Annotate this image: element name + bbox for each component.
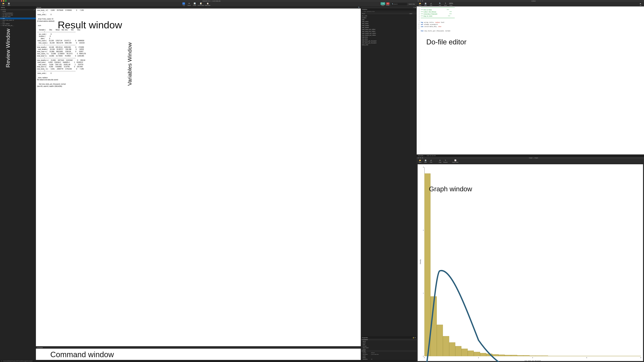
graph-canvas[interactable]: 0123 02468 Density new_tests_per_thousan…	[418, 164, 643, 361]
variable-item[interactable]: total_deaths	[361, 24, 417, 26]
variable-item[interactable]: total_tests_per_thousand	[361, 40, 417, 42]
open-button[interactable]: 📂Open	[1, 2, 6, 6]
history-item[interactable]: 9hist new_tests_per_...	[0, 25, 36, 26]
variables-filter-input[interactable]	[364, 11, 416, 12]
variable-item[interactable]: total_cases	[361, 20, 417, 22]
statusbar: ⊙ /Users/uthlekan/Dropbox/00Todo/000.aur…	[0, 360, 417, 362]
dofile-toolbar: 📂Open 💾Save 🖨Print 🔍Find ¶Show 100%Zoom …	[417, 2, 644, 6]
properties-section-variables[interactable]: ▾ Variables	[361, 339, 417, 341]
show-button[interactable]: ¶Show	[443, 2, 448, 6]
history-item[interactable]: 2cd /Users/uthlekan/...	[0, 12, 36, 14]
variable-item[interactable]: iso_code	[361, 15, 417, 17]
properties-panel: Properties🔒 ⇅ ▾ Variables NameLabelTypeF…	[361, 337, 417, 360]
graph-window: Graph — Graph 📂Open 💾Save 🖨Print ⧉Copy ✎…	[417, 157, 644, 362]
variable-item[interactable]: new_tests	[361, 38, 417, 40]
search-icon[interactable]: 🔍	[358, 7, 360, 8]
variable-item[interactable]: total_tests	[361, 36, 417, 38]
variable-item[interactable]: new_cases	[361, 22, 417, 24]
graph-toolbar: 📂Open 💾Save 🖨Print ⧉Copy ✎Rename 📈Graph …	[417, 159, 644, 163]
lock-icon[interactable]: 🔒 ⇅	[413, 337, 416, 338]
search-help-button[interactable]: Search Help	[408, 2, 416, 6]
y-axis-label: Density	[420, 259, 421, 264]
zoom-button[interactable]: 100%Zoom	[448, 2, 454, 6]
filter-icon: ⌕	[362, 11, 363, 12]
x-axis-label: new_tests_per_thousand	[524, 360, 541, 362]
viewer-button[interactable]: 👁Viewer	[187, 2, 192, 6]
graph-editor-button[interactable]: 📈Graph Editor	[452, 159, 458, 163]
history-item[interactable]: 8save, replace	[0, 23, 36, 25]
history-item[interactable]: 5sum	[0, 17, 36, 19]
variable-item[interactable]: location	[361, 17, 417, 19]
maximize-icon[interactable]	[5, 0, 6, 1]
history-item[interactable]: 3use data/covid-data	[0, 14, 36, 16]
log-button[interactable]: Log	[181, 2, 186, 6]
history-item[interactable]: 6drop if new_cases <0	[0, 19, 36, 21]
graph-title: Graph — Graph	[424, 157, 643, 159]
save-button[interactable]: 💾Save	[6, 2, 11, 6]
history-item[interactable]: 4tab total_cases	[0, 16, 36, 17]
maximize-icon[interactable]	[422, 157, 423, 158]
variable-item[interactable]: new_deaths_per_million	[361, 34, 417, 36]
line-number-gutter: 123456789101112	[417, 6, 420, 154]
minimize-icon[interactable]	[3, 0, 4, 1]
dofile-editor[interactable]: 123456789101112 ************************…	[417, 6, 644, 154]
history-title: History	[0, 6, 36, 9]
search-input[interactable]: 🔍 Search	[391, 3, 407, 5]
find-button[interactable]: 🔍Find	[438, 2, 442, 6]
save-button[interactable]: 💾Save	[423, 159, 428, 163]
open-button[interactable]: 📂Open	[418, 2, 422, 6]
break-button[interactable]: ✕Break	[386, 2, 390, 6]
results-panel: Results 🔍 new_tests_~d | 3,645 .5576048 …	[36, 6, 361, 346]
more-button[interactable]: ＋ ▾More	[380, 2, 385, 6]
history-columns: Command _rc	[0, 9, 36, 10]
property-row: Filenamecovid-data.dta	[361, 354, 417, 355]
data-editor-button[interactable]: 📋Data Editor	[205, 2, 210, 6]
results-title-bar: Results 🔍	[36, 6, 361, 8]
history-panel: History Command _rc 1doedit2cd /Users/ut…	[0, 6, 36, 360]
print-button[interactable]: 🖨Print	[428, 159, 434, 163]
variable-item[interactable]: new_tests_per_thousand	[361, 42, 417, 44]
print-button[interactable]: 🖨Print	[428, 2, 434, 6]
panel-tabs[interactable]: ☰ ▦	[361, 6, 417, 8]
minimize-icon[interactable]	[420, 157, 421, 158]
history-item[interactable]: 7sum	[0, 21, 36, 23]
close-icon[interactable]	[418, 157, 419, 158]
window-title: Stata/SE 16.1 — covid-data.dta	[7, 0, 416, 2]
rename-button[interactable]: ✎Rename	[443, 159, 448, 163]
open-button[interactable]: 📂Open	[418, 159, 422, 163]
code-area[interactable]: ****************************************…	[420, 6, 644, 154]
right-stack: Untitled 📂Open 💾Save 🖨Print 🔍Find ¶Show …	[417, 0, 644, 362]
dofile-title: Untitled	[424, 0, 643, 2]
history-item[interactable]: 1doedit	[0, 10, 36, 12]
graph-button[interactable]: 📊Graph	[192, 2, 197, 6]
variable-item[interactable]: tests_units	[361, 44, 417, 46]
minimize-icon[interactable]	[420, 0, 421, 1]
variable-item[interactable]: new_cases_per_million	[361, 30, 417, 32]
copy-button[interactable]: ⧉Copy	[438, 159, 442, 163]
graph-titlebar: Graph — Graph	[417, 157, 644, 159]
command-input[interactable]	[36, 349, 361, 360]
properties-title: Properties	[362, 337, 368, 338]
properties-section-data[interactable]: ▾ Data	[361, 350, 417, 352]
property-row: Label	[361, 355, 417, 357]
variable-item[interactable]: date	[361, 19, 417, 20]
language-selector[interactable]: Automatic ⌄	[418, 155, 425, 156]
center-column: Results 🔍 new_tests_~d | 3,645 .5576048 …	[36, 6, 361, 360]
save-button[interactable]: 💾Save	[423, 2, 428, 6]
status-icon: ⊙	[1, 360, 2, 362]
maximize-icon[interactable]	[422, 0, 423, 1]
close-icon[interactable]	[1, 0, 2, 1]
close-icon[interactable]	[418, 0, 419, 1]
variable-item[interactable]: total_deaths_per_million	[361, 32, 417, 34]
do-button[interactable]: ▶Do	[638, 2, 643, 6]
variables-columns: Name Label	[361, 12, 417, 15]
property-row: Framedefault	[361, 352, 417, 354]
cursor-position: Line: 12, Col: 36	[427, 155, 436, 156]
results-output[interactable]: new_tests_~d | 3,645 .5576048 .5749900 0…	[36, 8, 361, 346]
variable-item[interactable]: total_cases_per_million	[361, 28, 417, 30]
variable-item[interactable]: new_deaths	[361, 26, 417, 28]
property-row: Notes	[361, 349, 417, 350]
dofile-titlebar: Untitled	[417, 0, 644, 2]
property-row: Variables16	[361, 358, 417, 360]
dofile-editor-button[interactable]: 📝Do-file Editor	[198, 2, 204, 6]
